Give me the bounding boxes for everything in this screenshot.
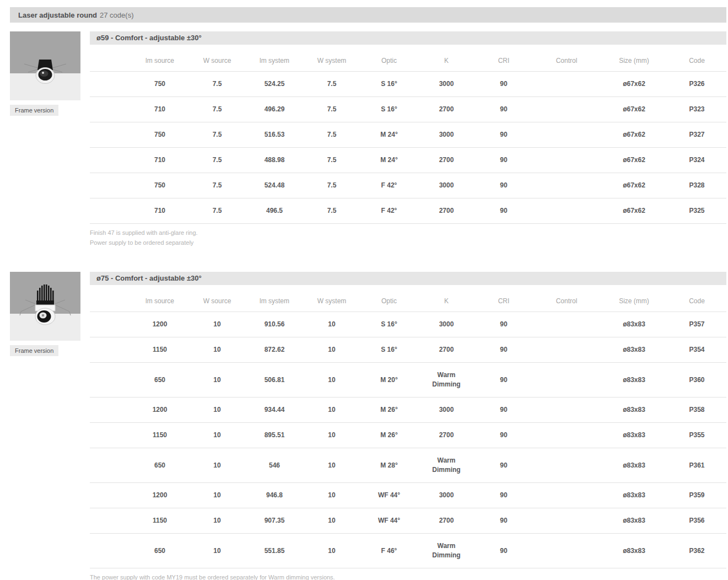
cell-optic: S 16° <box>360 72 418 97</box>
cell-w-source: 7.5 <box>188 122 246 148</box>
cell-size-mm: ø67x62 <box>601 72 667 97</box>
column-header-size-mm: Size (mm) <box>601 52 667 72</box>
section-title: ø59 - Comfort - adjustable ±30° <box>96 34 202 42</box>
table-row: 7107.5496.57.5F 42°270090ø67x62P325 <box>90 198 726 224</box>
cell-lm-system: 946.8 <box>246 483 303 508</box>
cell-size-mm: ø83x83 <box>601 312 667 337</box>
cell-w-source: 10 <box>188 448 246 483</box>
cell-size-mm: ø83x83 <box>601 363 667 398</box>
cell-cri: 90 <box>475 312 532 337</box>
cell-control <box>532 198 601 224</box>
spacer-cell <box>90 508 131 534</box>
table-row: 7507.5524.487.5F 42°300090ø67x62P328 <box>90 173 726 198</box>
cell-optic: F 42° <box>360 198 418 224</box>
table-header-row: lm sourceW sourcelm systemW systemOpticK… <box>90 52 726 72</box>
column-header-control: Control <box>532 52 601 72</box>
cell-lm-system: 506.81 <box>246 363 303 398</box>
section-title: ø75 - Comfort - adjustable ±30° <box>96 274 202 282</box>
section-title-bar: ø75 - Comfort - adjustable ±30° <box>90 272 726 285</box>
cell-lm-source: 650 <box>131 448 188 483</box>
cell-w-system: 10 <box>303 483 360 508</box>
cell-code: P357 <box>667 312 726 337</box>
column-header-k: K <box>418 292 475 312</box>
column-header-lm-system: lm system <box>246 292 303 312</box>
cell-optic: S 16° <box>360 312 418 337</box>
cell-cri: 90 <box>475 173 532 198</box>
cell-control <box>532 363 601 398</box>
column-header-k: K <box>418 52 475 72</box>
column-header-code: Code <box>667 292 726 312</box>
spacer-column <box>90 292 131 312</box>
footnote: Finish 47 is supplied with anti-glare ri… <box>90 229 726 236</box>
cell-w-system: 7.5 <box>303 148 360 173</box>
cell-lm-source: 710 <box>131 97 188 122</box>
cell-lm-system: 496.29 <box>246 97 303 122</box>
cell-k: 2700 <box>418 337 475 363</box>
spacer-cell <box>90 423 131 448</box>
cell-size-mm: ø67x62 <box>601 122 667 148</box>
cell-code: P358 <box>667 398 726 423</box>
cell-lm-source: 1150 <box>131 423 188 448</box>
downlight-illustration <box>10 272 80 341</box>
footnote: Power supply to be ordered separately <box>90 239 726 246</box>
column-header-w-source: W source <box>188 52 246 72</box>
column-header-w-system: W system <box>303 292 360 312</box>
spacer-cell <box>90 173 131 198</box>
spacer-cell <box>90 534 131 568</box>
cell-w-system: 10 <box>303 508 360 534</box>
frame-version-label: Frame version <box>10 105 58 116</box>
cell-cri: 90 <box>475 122 532 148</box>
cell-lm-source: 750 <box>131 122 188 148</box>
cell-code: P354 <box>667 337 726 363</box>
table-row: 65010551.8510F 46°Warm Dimming90ø83x83P3… <box>90 534 726 568</box>
cell-w-system: 10 <box>303 534 360 568</box>
cell-w-source: 7.5 <box>188 97 246 122</box>
cell-cri: 90 <box>475 198 532 224</box>
cell-k: 3000 <box>418 173 475 198</box>
cell-lm-system: 895.51 <box>246 423 303 448</box>
spec-column: ø59 - Comfort - adjustable ±30° lm sourc… <box>90 31 726 249</box>
cell-k: 3000 <box>418 483 475 508</box>
cell-lm-system: 934.44 <box>246 398 303 423</box>
spacer-cell <box>90 148 131 173</box>
table-row: 7107.5496.297.5S 16°270090ø67x62P323 <box>90 97 726 122</box>
spacer-cell <box>90 483 131 508</box>
cell-control <box>532 72 601 97</box>
column-header-w-system: W system <box>303 52 360 72</box>
table-row: 120010910.5610S 16°300090ø83x83P357 <box>90 312 726 337</box>
cell-k: 3000 <box>418 312 475 337</box>
spec-table: lm sourceW sourcelm systemW systemOpticK… <box>90 52 726 224</box>
spec-column: ø75 - Comfort - adjustable ±30° lm sourc… <box>90 272 726 580</box>
frame-version-text: Frame version <box>15 107 53 114</box>
column-header-w-source: W source <box>188 292 246 312</box>
cell-cri: 90 <box>475 363 532 398</box>
table-row: 7507.5516.537.5M 24°300090ø67x62P327 <box>90 122 726 148</box>
cell-lm-system: 551.85 <box>246 534 303 568</box>
cell-optic: F 46° <box>360 534 418 568</box>
cell-size-mm: ø67x62 <box>601 97 667 122</box>
cell-w-source: 7.5 <box>188 148 246 173</box>
cell-code: P361 <box>667 448 726 483</box>
cell-lm-system: 488.98 <box>246 148 303 173</box>
cell-code: P355 <box>667 423 726 448</box>
cell-w-system: 7.5 <box>303 97 360 122</box>
sections-container: Frame version ø59 - Comfort - adjustable… <box>10 31 726 580</box>
cell-w-system: 7.5 <box>303 72 360 97</box>
table-row: 120010934.4410M 26°300090ø83x83P358 <box>90 398 726 423</box>
cell-lm-source: 1200 <box>131 398 188 423</box>
cell-lm-source: 710 <box>131 148 188 173</box>
cell-control <box>532 423 601 448</box>
cell-w-source: 10 <box>188 398 246 423</box>
spacer-cell <box>90 363 131 398</box>
cell-optic: F 42° <box>360 173 418 198</box>
cell-size-mm: ø83x83 <box>601 337 667 363</box>
spacer-cell <box>90 122 131 148</box>
cell-w-system: 10 <box>303 423 360 448</box>
cell-cri: 90 <box>475 423 532 448</box>
cell-k: Warm Dimming <box>418 448 475 483</box>
spacer-cell <box>90 398 131 423</box>
downlight-illustration <box>10 31 80 100</box>
cell-code: P328 <box>667 173 726 198</box>
table-header-row: lm sourceW sourcelm systemW systemOpticK… <box>90 292 726 312</box>
cell-control <box>532 448 601 483</box>
